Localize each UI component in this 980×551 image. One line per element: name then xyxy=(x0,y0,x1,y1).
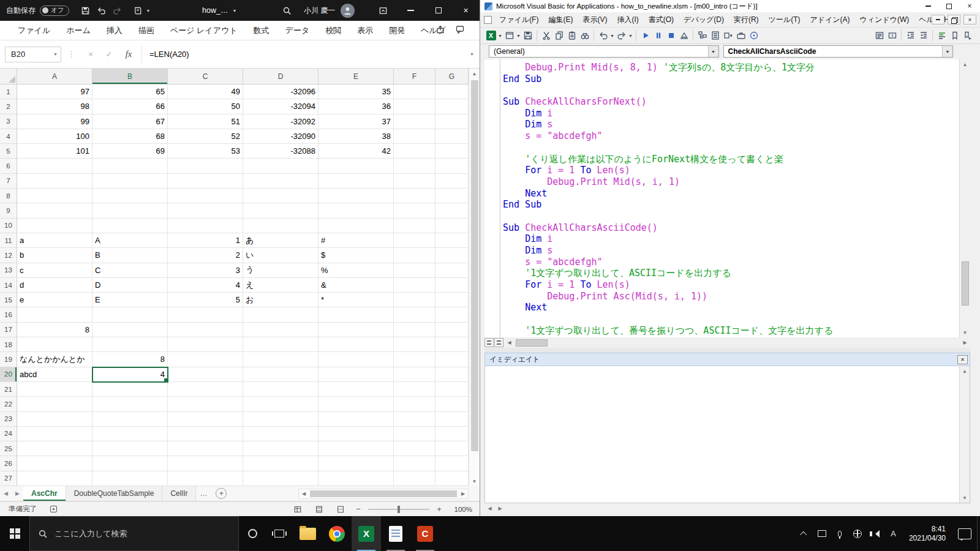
cell-G6[interactable] xyxy=(435,159,469,173)
sheet-nav-left-icon[interactable]: ◀ xyxy=(0,490,12,497)
cell-F1[interactable] xyxy=(394,84,435,99)
ribbon-tab[interactable]: ページ レイアウト xyxy=(162,21,246,40)
row-header-27[interactable]: 27 xyxy=(0,471,17,486)
row-header-16[interactable]: 16 xyxy=(0,307,17,322)
scroll-up-icon[interactable]: ▲ xyxy=(469,69,480,78)
immediate-window-titlebar[interactable]: イミディエイト × xyxy=(484,353,970,366)
cell-E18[interactable] xyxy=(318,337,394,352)
cell-B2[interactable]: 66 xyxy=(92,99,168,114)
excel-taskbar-button[interactable]: X xyxy=(352,516,381,551)
cell-D15[interactable]: お xyxy=(243,293,318,307)
window-splitter[interactable] xyxy=(484,348,970,353)
cell-G18[interactable] xyxy=(435,337,469,352)
code-line[interactable] xyxy=(503,84,959,96)
cell-B8[interactable] xyxy=(92,189,168,203)
cell-C3[interactable]: 51 xyxy=(168,114,243,129)
view-host-excel-button[interactable]: X xyxy=(484,29,497,42)
column-header-F[interactable]: F xyxy=(394,69,435,84)
cell-E25[interactable] xyxy=(318,441,394,456)
cell-C19[interactable] xyxy=(168,352,243,367)
view-host-caret-icon[interactable]: ▼ xyxy=(497,34,503,38)
vba-menu[interactable]: 編集(E) xyxy=(543,15,578,25)
vba-menu[interactable]: ツール(T) xyxy=(764,15,805,25)
outdent-button[interactable] xyxy=(917,29,930,42)
cell-A5[interactable]: 101 xyxy=(17,144,92,159)
cell-F3[interactable] xyxy=(394,114,435,129)
cell-C13[interactable]: 3 xyxy=(168,263,243,278)
cell-G22[interactable] xyxy=(435,397,469,411)
immediate-vertical-scrollbar[interactable]: ▲ ▼ xyxy=(959,366,970,503)
cell-E15[interactable]: * xyxy=(318,293,394,307)
code-line[interactable]: Debug.Print Asc(Mid(s, i, 1)) xyxy=(503,291,959,302)
cell-C23[interactable] xyxy=(168,412,243,427)
cell-C4[interactable]: 52 xyxy=(168,129,243,144)
scroll-left-icon[interactable]: ◀ xyxy=(504,338,514,348)
network-status[interactable] xyxy=(849,516,867,551)
column-header-G[interactable]: G xyxy=(435,69,469,84)
cell-A20[interactable]: abcd xyxy=(17,367,92,382)
vba-menu[interactable]: デバッグ(D) xyxy=(679,15,729,25)
cell-F23[interactable] xyxy=(394,412,435,427)
cell-D19[interactable] xyxy=(243,352,318,367)
cell-E1[interactable]: 35 xyxy=(318,84,394,99)
row-header-20[interactable]: 20 xyxy=(0,367,17,382)
formula-bar-expand-icon[interactable]: ▼ xyxy=(470,52,474,56)
ribbon-tab[interactable]: 挿入 xyxy=(99,21,130,40)
vba-maximize-button[interactable] xyxy=(938,0,959,12)
zoom-level[interactable]: 100% xyxy=(449,506,472,513)
cell-A9[interactable] xyxy=(17,203,92,218)
cell-B23[interactable] xyxy=(92,412,168,427)
cell-D16[interactable] xyxy=(243,307,318,322)
cell-C24[interactable] xyxy=(168,427,243,441)
select-all-corner[interactable] xyxy=(0,69,17,84)
cell-B5[interactable]: 69 xyxy=(92,144,168,159)
cell-C25[interactable] xyxy=(168,441,243,456)
code-line[interactable] xyxy=(503,142,959,154)
module-icon[interactable] xyxy=(484,16,492,24)
dropdown-caret-icon[interactable]: ▼ xyxy=(942,46,952,57)
cell-A10[interactable] xyxy=(17,219,92,233)
taskbar-clock[interactable]: 8:41 2021/04/30 xyxy=(902,525,952,543)
code-line[interactable]: Next xyxy=(503,188,959,200)
file-name-menu[interactable]: how_… ▼ xyxy=(202,0,236,21)
cell-B7[interactable] xyxy=(92,174,168,189)
cell-D17[interactable] xyxy=(243,323,318,337)
cell-D8[interactable] xyxy=(243,189,318,203)
macro-record-icon[interactable] xyxy=(50,506,57,512)
cell-A6[interactable] xyxy=(17,159,92,173)
scroll-down-icon[interactable]: ▼ xyxy=(960,328,970,337)
code-hscroll-thumb[interactable] xyxy=(516,339,548,347)
dropdown-caret-icon[interactable]: ▼ xyxy=(708,46,718,57)
cell-F21[interactable] xyxy=(394,382,435,397)
start-button[interactable] xyxy=(0,516,29,551)
column-header-B[interactable]: B xyxy=(92,69,168,84)
cell-A17[interactable]: 8 xyxy=(17,323,92,337)
undo-button[interactable] xyxy=(94,2,110,18)
cell-E3[interactable]: 37 xyxy=(318,114,394,129)
cell-A16[interactable] xyxy=(17,307,92,322)
avatar[interactable] xyxy=(341,4,355,18)
code-line[interactable]: End Sub xyxy=(503,199,959,211)
cell-D4[interactable]: -32090 xyxy=(243,129,318,144)
cell-E16[interactable] xyxy=(318,307,394,322)
cell-F16[interactable] xyxy=(394,307,435,322)
cell-E4[interactable]: 38 xyxy=(318,129,394,144)
ribbon-tab[interactable]: ホーム xyxy=(58,21,99,40)
cell-C8[interactable] xyxy=(168,189,243,203)
column-header-A[interactable]: A xyxy=(17,69,92,84)
zoom-slider[interactable] xyxy=(368,509,429,510)
cell-D5[interactable]: -32088 xyxy=(243,144,318,159)
code-line[interactable] xyxy=(503,211,959,222)
cell-B20[interactable]: 4 xyxy=(92,367,168,382)
ribbon-tab[interactable]: 開発 xyxy=(381,21,413,40)
redo-caret-icon[interactable]: ▼ xyxy=(628,34,633,38)
vertical-scrollbar[interactable]: ▲ ▼ xyxy=(469,69,480,486)
ribbon-tab[interactable]: 数式 xyxy=(246,21,277,40)
cell-A3[interactable]: 99 xyxy=(17,114,92,129)
cell-A24[interactable] xyxy=(17,427,92,441)
cell-F24[interactable] xyxy=(394,427,435,441)
confirm-entry-button[interactable]: ✓ xyxy=(100,50,118,59)
row-header-21[interactable]: 21 xyxy=(0,382,17,397)
help-button[interactable] xyxy=(747,29,760,42)
cell-B13[interactable]: C xyxy=(92,263,168,278)
